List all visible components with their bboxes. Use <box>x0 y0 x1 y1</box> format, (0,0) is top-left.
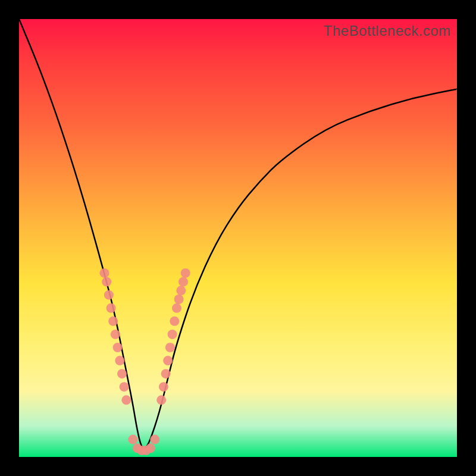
data-point <box>178 277 188 287</box>
data-point <box>176 286 186 295</box>
data-point <box>128 435 137 444</box>
data-point <box>104 290 114 300</box>
data-point <box>146 443 155 453</box>
data-point <box>115 356 124 365</box>
chart-frame: TheBottleneck.com <box>0 0 476 476</box>
data-point <box>174 295 184 304</box>
data-point <box>111 330 120 339</box>
data-point <box>113 343 123 352</box>
data-point <box>108 317 118 326</box>
watermark-text: TheBottleneck.com <box>324 23 451 39</box>
data-point <box>181 268 190 278</box>
bottleneck-curve <box>19 19 457 448</box>
curve-line <box>19 19 457 448</box>
data-point <box>170 317 179 326</box>
chart-svg <box>19 19 457 457</box>
data-point <box>168 330 177 339</box>
plot-area: TheBottleneck.com <box>19 19 457 457</box>
data-point-markers <box>100 268 190 455</box>
data-point <box>172 303 181 313</box>
data-point <box>150 435 159 444</box>
data-point <box>165 343 175 352</box>
data-point <box>120 382 129 392</box>
data-point <box>163 356 173 365</box>
data-point <box>156 395 166 405</box>
data-point <box>107 303 116 313</box>
data-point <box>102 277 111 287</box>
data-point <box>161 369 171 378</box>
data-point <box>117 369 127 378</box>
data-point <box>159 382 168 392</box>
data-point <box>121 395 131 405</box>
data-point <box>100 268 109 278</box>
